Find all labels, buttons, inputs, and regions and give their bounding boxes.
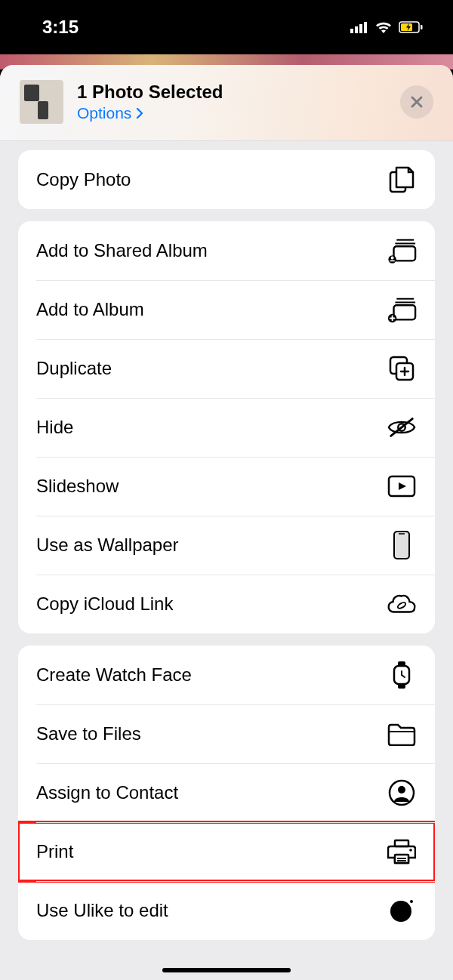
- hide-row[interactable]: Hide: [18, 398, 435, 457]
- watch-face-row[interactable]: Create Watch Face: [18, 646, 435, 704]
- row-label: Use Ulike to edit: [36, 900, 168, 921]
- row-label: Add to Shared Album: [36, 240, 208, 261]
- slideshow-row[interactable]: Slideshow: [18, 457, 435, 516]
- row-label: Copy iCloud Link: [36, 593, 173, 615]
- contact-icon: [387, 778, 417, 808]
- print-row[interactable]: Print: [18, 822, 435, 881]
- svg-rect-3: [364, 22, 367, 33]
- hide-icon: [387, 412, 417, 442]
- icloud-link-row[interactable]: Copy iCloud Link: [18, 575, 435, 633]
- sheet-header: 1 Photo Selected Options: [0, 65, 453, 140]
- duplicate-row[interactable]: Duplicate: [18, 339, 435, 398]
- svg-rect-5: [421, 25, 423, 29]
- wallpaper-icon: [387, 530, 417, 560]
- status-time: 3:15: [42, 17, 79, 38]
- row-label: Use as Wallpaper: [36, 535, 179, 556]
- group-1: Add to Shared Album Add to Album Duplica…: [18, 221, 435, 633]
- sheet-header-text: 1 Photo Selected Options: [77, 82, 387, 122]
- slideshow-icon: [387, 471, 417, 501]
- row-label: Print: [36, 841, 73, 862]
- svg-rect-2: [359, 24, 362, 33]
- svg-point-32: [409, 849, 412, 852]
- close-icon: [409, 94, 424, 109]
- folder-icon: [387, 719, 417, 749]
- battery-charging-icon: [399, 21, 423, 33]
- status-icons: [350, 20, 423, 34]
- row-label: Slideshow: [36, 476, 119, 497]
- row-label: Add to Album: [36, 299, 144, 320]
- ulike-icon: [387, 895, 417, 926]
- svg-point-12: [391, 257, 394, 260]
- status-bar: 3:15: [0, 0, 453, 54]
- row-label: Copy Photo: [36, 169, 131, 190]
- ulike-row[interactable]: Use Ulike to edit: [18, 881, 435, 940]
- home-indicator[interactable]: [162, 968, 291, 972]
- copy-photo-row[interactable]: Copy Photo: [18, 150, 435, 209]
- svg-point-24: [397, 602, 407, 610]
- add-album-icon: [387, 294, 417, 325]
- svg-point-36: [390, 901, 411, 922]
- group-0: Copy Photo: [18, 150, 435, 209]
- share-title: 1 Photo Selected: [77, 82, 387, 103]
- save-files-row[interactable]: Save to Files: [18, 704, 435, 763]
- wallpaper-row[interactable]: Use as Wallpaper: [18, 516, 435, 575]
- svg-rect-15: [394, 305, 416, 319]
- shared-album-icon: [387, 236, 417, 266]
- watch-icon: [387, 660, 417, 690]
- row-label: Hide: [36, 417, 73, 438]
- assign-contact-row[interactable]: Assign to Contact: [18, 763, 435, 822]
- options-link[interactable]: Options: [77, 104, 387, 122]
- action-groups: Copy Photo Add to Shared Album Add to Al…: [0, 140, 453, 980]
- row-label: Duplicate: [36, 358, 112, 379]
- svg-point-30: [398, 786, 405, 794]
- svg-rect-1: [355, 26, 358, 33]
- chevron-right-icon: [136, 108, 143, 119]
- svg-rect-22: [394, 532, 409, 559]
- svg-point-37: [410, 900, 413, 903]
- svg-rect-0: [350, 29, 353, 33]
- share-sheet: 1 Photo Selected Options Copy Photo: [0, 65, 453, 980]
- group-2: Create Watch Face Save to Files Assign t…: [18, 646, 435, 940]
- screen: 3:15 1 Photo Selected Options: [0, 0, 453, 980]
- copy-icon: [387, 165, 417, 195]
- photo-thumbnail: [20, 80, 63, 124]
- row-label: Save to Files: [36, 723, 141, 744]
- row-label: Create Watch Face: [36, 664, 192, 686]
- row-label: Assign to Contact: [36, 782, 178, 803]
- icloud-link-icon: [387, 589, 417, 619]
- close-button[interactable]: [400, 85, 433, 119]
- cellular-icon: [350, 21, 368, 33]
- wifi-icon: [374, 20, 393, 34]
- svg-rect-10: [394, 246, 416, 260]
- add-shared-album-row[interactable]: Add to Shared Album: [18, 221, 435, 280]
- print-icon: [387, 837, 417, 867]
- duplicate-icon: [387, 353, 417, 384]
- add-album-row[interactable]: Add to Album: [18, 280, 435, 339]
